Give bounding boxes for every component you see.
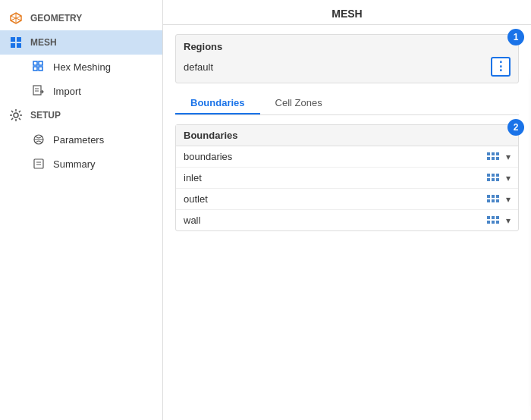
three-dots-button[interactable]: ⋮	[491, 57, 511, 77]
sidebar-geometry-label: GEOMETRY	[30, 13, 82, 24]
svg-rect-21	[492, 152, 495, 155]
svg-rect-41	[487, 221, 490, 224]
svg-rect-10	[39, 67, 42, 71]
tab-cell-zones[interactable]: Cell Zones	[260, 92, 338, 114]
svg-rect-23	[487, 157, 490, 160]
svg-rect-3	[11, 37, 15, 42]
svg-rect-22	[496, 152, 499, 155]
boundary-icon-inlet	[486, 173, 500, 183]
sidebar-hex-meshing-label: Hex Meshing	[53, 61, 111, 73]
table-row: outlet ▾	[176, 189, 518, 210]
badge-2: 2	[507, 119, 524, 136]
main-title: MESH	[163, 0, 531, 25]
sidebar-setup-label: SETUP	[30, 110, 61, 121]
table-row: inlet ▾	[176, 168, 518, 189]
hex-meshing-icon	[32, 60, 46, 74]
import-icon	[32, 84, 46, 98]
regions-body: default ⋮	[184, 57, 511, 77]
summary-icon	[32, 157, 46, 171]
svg-rect-39	[492, 216, 495, 219]
svg-rect-31	[496, 178, 499, 181]
parameters-icon	[32, 133, 46, 146]
setup-icon	[9, 108, 23, 122]
sidebar-item-hex-meshing[interactable]: Hex Meshing	[0, 55, 162, 79]
svg-rect-37	[496, 199, 499, 202]
sidebar-item-setup[interactable]: SETUP	[0, 103, 162, 127]
svg-rect-34	[496, 195, 499, 198]
svg-rect-38	[487, 216, 490, 219]
sidebar-item-import[interactable]: Import	[0, 79, 162, 103]
badge-1: 1	[507, 29, 524, 45]
boundary-name-boundaries: boundaries	[184, 151, 480, 162]
boundaries-panel: Boundaries 2 boundaries ▾ inlet ▾	[175, 124, 519, 231]
sidebar-import-label: Import	[53, 86, 81, 97]
geometry-icon	[9, 11, 23, 25]
svg-rect-7	[33, 61, 37, 65]
table-row: wall ▾	[176, 210, 518, 230]
regions-title: Regions	[184, 41, 222, 52]
chevron-down-icon[interactable]: ▾	[506, 152, 511, 162]
table-row: boundaries ▾	[176, 146, 518, 168]
sidebar-item-mesh[interactable]: MESH	[0, 30, 162, 55]
chevron-down-icon[interactable]: ▾	[506, 194, 511, 205]
boundaries-panel-header: Boundaries	[176, 125, 518, 146]
svg-rect-27	[492, 174, 495, 177]
svg-rect-9	[33, 67, 37, 71]
svg-rect-5	[11, 43, 15, 48]
boundary-name-wall: wall	[184, 215, 480, 226]
default-region-label: default	[184, 61, 213, 73]
sidebar-item-parameters[interactable]: Parameters	[0, 127, 162, 152]
main-content: MESH Regions 1 default ⋮ Boundaries Cell…	[163, 0, 531, 420]
regions-header: Regions 1	[184, 41, 511, 52]
boundary-icon-wall	[486, 215, 500, 226]
sidebar-mesh-label: MESH	[30, 37, 57, 48]
svg-rect-26	[487, 174, 490, 177]
svg-rect-4	[17, 37, 21, 42]
boundary-name-outlet: outlet	[184, 193, 480, 205]
tabs-row: Boundaries Cell Zones	[175, 92, 519, 115]
svg-rect-20	[487, 152, 490, 155]
sidebar-item-summary[interactable]: Summary	[0, 152, 162, 176]
svg-rect-29	[487, 178, 490, 181]
sidebar-summary-label: Summary	[53, 158, 96, 170]
svg-rect-42	[492, 221, 495, 224]
regions-panel: Regions 1 default ⋮	[175, 34, 519, 83]
sidebar-item-geometry[interactable]: GEOMETRY	[0, 6, 162, 30]
svg-rect-17	[34, 159, 43, 168]
boundary-icon-boundaries	[486, 152, 500, 162]
svg-rect-30	[492, 178, 495, 181]
sidebar: GEOMETRY MESH Hex Meshing Import SETUP P…	[0, 0, 163, 420]
chevron-down-icon[interactable]: ▾	[506, 215, 511, 226]
svg-rect-6	[17, 43, 21, 48]
svg-rect-11	[33, 86, 41, 95]
svg-point-14	[14, 113, 18, 118]
main-body: Regions 1 default ⋮ Boundaries Cell Zone…	[163, 25, 531, 240]
svg-rect-35	[487, 199, 490, 202]
boundary-icon-outlet	[486, 194, 500, 205]
svg-rect-25	[496, 157, 499, 160]
boundary-name-inlet: inlet	[184, 172, 480, 183]
svg-rect-40	[496, 216, 499, 219]
svg-rect-28	[496, 174, 499, 177]
svg-rect-24	[492, 157, 495, 160]
svg-rect-43	[496, 221, 499, 224]
svg-rect-36	[492, 199, 495, 202]
svg-rect-32	[487, 195, 490, 198]
tab-boundaries[interactable]: Boundaries	[175, 92, 260, 114]
sidebar-parameters-label: Parameters	[53, 134, 104, 146]
mesh-icon	[9, 36, 23, 49]
svg-rect-8	[39, 61, 42, 65]
chevron-down-icon[interactable]: ▾	[506, 173, 511, 183]
svg-rect-33	[492, 195, 495, 198]
